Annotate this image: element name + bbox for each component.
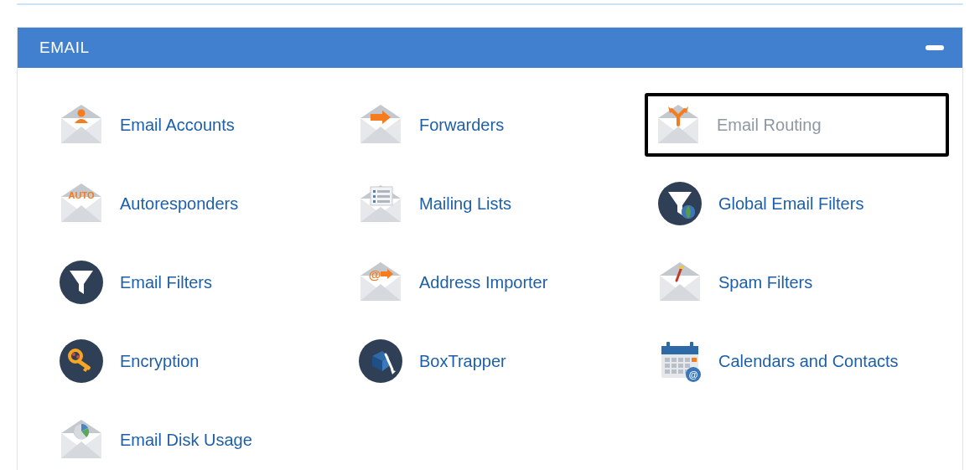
- item-label: Email Disk Usage: [120, 431, 252, 450]
- item-calendars-contacts[interactable]: @ Calendars and Contacts: [651, 334, 942, 388]
- global-email-filters-icon: [656, 180, 703, 227]
- item-boxtrapper[interactable]: BoxTrapper: [352, 334, 643, 388]
- email-panel-header[interactable]: EMAIL: [18, 28, 962, 68]
- forwarders-icon: [357, 101, 404, 148]
- item-encryption[interactable]: Encryption: [53, 334, 344, 388]
- item-spam-filters[interactable]: Spam Filters: [651, 256, 942, 309]
- svg-rect-62: [685, 364, 690, 368]
- svg-rect-23: [377, 190, 390, 193]
- item-autoresponders[interactable]: AUTO Autoresponders: [53, 177, 344, 230]
- svg-rect-24: [373, 195, 376, 198]
- svg-rect-22: [373, 190, 376, 193]
- email-panel: EMAIL Email Accounts: [17, 27, 963, 470]
- svg-rect-67: [692, 358, 697, 362]
- svg-rect-55: [665, 358, 670, 362]
- svg-rect-54: [690, 342, 693, 349]
- item-email-filters[interactable]: Email Filters: [53, 256, 344, 309]
- item-label: Email Routing: [717, 116, 822, 135]
- svg-rect-63: [665, 369, 670, 374]
- svg-rect-59: [665, 364, 670, 368]
- item-label: Global Email Filters: [718, 194, 863, 214]
- email-panel-title: EMAIL: [39, 39, 90, 57]
- collapse-icon[interactable]: [926, 45, 944, 50]
- item-forwarders[interactable]: Forwarders: [352, 98, 643, 152]
- item-label: Mailing Lists: [419, 194, 511, 214]
- boxtrapper-icon: [357, 338, 404, 385]
- email-filters-icon: [58, 259, 105, 306]
- svg-rect-65: [678, 369, 683, 374]
- svg-rect-61: [678, 364, 683, 368]
- item-label: Calendars and Contacts: [718, 352, 899, 371]
- svg-text:@: @: [369, 267, 381, 281]
- svg-point-45: [76, 355, 80, 359]
- item-label: Email Filters: [120, 273, 212, 292]
- item-email-disk-usage[interactable]: Email Disk Usage: [53, 413, 344, 467]
- item-email-routing[interactable]: Email Routing: [645, 93, 949, 157]
- svg-text:AUTO: AUTO: [69, 190, 95, 200]
- svg-point-44: [72, 353, 75, 356]
- email-items-grid: Email Accounts Forwarders: [53, 98, 942, 467]
- spam-filters-icon: [656, 259, 703, 306]
- item-label: Email Accounts: [120, 116, 235, 135]
- calendars-contacts-icon: @: [656, 338, 703, 385]
- item-label: Encryption: [120, 352, 200, 371]
- item-label: Spam Filters: [718, 273, 812, 292]
- top-divider: [17, 3, 963, 5]
- email-disk-usage-icon: [58, 416, 105, 463]
- item-address-importer[interactable]: @ Address Importer: [352, 256, 643, 309]
- svg-rect-57: [678, 358, 683, 362]
- address-importer-icon: @: [357, 259, 404, 306]
- svg-rect-35: [381, 271, 387, 276]
- email-panel-body: Email Accounts Forwarders: [18, 68, 962, 470]
- item-global-email-filters[interactable]: Global Email Filters: [651, 177, 942, 230]
- svg-rect-56: [671, 358, 677, 362]
- svg-rect-27: [377, 200, 390, 203]
- item-label: BoxTrapper: [419, 352, 506, 371]
- svg-text:@: @: [689, 369, 698, 380]
- item-mailing-lists[interactable]: Mailing Lists: [352, 177, 643, 230]
- svg-rect-26: [373, 200, 376, 203]
- svg-point-3: [78, 110, 86, 117]
- autoresponders-icon: AUTO: [58, 180, 105, 227]
- svg-rect-25: [377, 195, 390, 198]
- svg-rect-42: [76, 359, 91, 370]
- mailing-lists-icon: [357, 180, 404, 227]
- item-label: Address Importer: [419, 273, 547, 292]
- item-label: Autoresponders: [120, 194, 238, 214]
- svg-point-40: [679, 266, 684, 269]
- email-routing-icon: [655, 101, 702, 148]
- svg-rect-58: [685, 358, 690, 362]
- item-email-accounts[interactable]: Email Accounts: [53, 98, 344, 152]
- encryption-icon: [58, 338, 105, 385]
- svg-rect-64: [671, 369, 677, 374]
- svg-marker-30: [70, 271, 93, 294]
- item-label: Forwarders: [419, 116, 504, 135]
- svg-rect-53: [666, 342, 670, 349]
- svg-rect-7: [371, 114, 382, 121]
- email-accounts-icon: [58, 101, 105, 148]
- svg-rect-60: [671, 364, 677, 368]
